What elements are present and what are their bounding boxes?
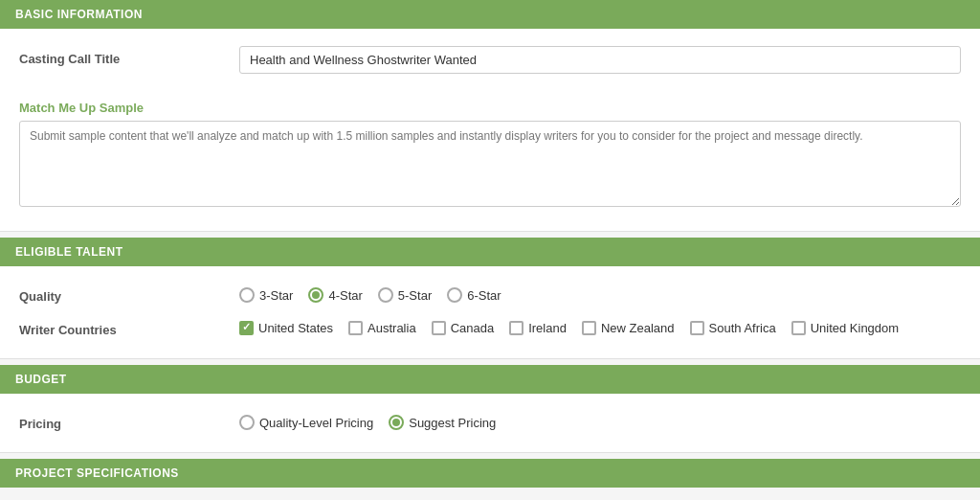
country-nz-label: New Zealand — [601, 321, 675, 335]
country-ie-checkbox[interactable] — [509, 321, 523, 335]
match-me-up-container: Match Me Up Sample — [19, 101, 961, 210]
pricing-suggest[interactable]: Suggest Pricing — [389, 415, 496, 430]
pricing-suggest-radio[interactable] — [389, 415, 404, 430]
country-au-checkbox[interactable] — [348, 321, 363, 335]
pricing-suggest-label: Suggest Pricing — [409, 416, 496, 430]
country-us-checkbox[interactable] — [239, 321, 254, 335]
country-za-checkbox[interactable] — [690, 321, 704, 335]
quality-5star[interactable]: 5-Star — [378, 287, 432, 303]
match-me-sample-label: Match Me Up Sample — [19, 101, 961, 115]
pricing-radio-group: Quality-Level Pricing Suggest Pricing — [239, 411, 961, 430]
country-uk-checkbox[interactable] — [791, 321, 806, 335]
quality-options-wrap: 3-Star 4-Star 5-Star 6-Star — [239, 284, 961, 303]
pricing-options-wrap: Quality-Level Pricing Suggest Pricing — [239, 411, 961, 430]
writer-countries-label: Writer Countries — [19, 317, 239, 337]
writer-countries-wrap: United States Australia Canada Ireland — [239, 317, 961, 335]
quality-3star[interactable]: 3-Star — [239, 287, 293, 303]
quality-3star-label: 3-Star — [259, 288, 293, 303]
quality-label: Quality — [19, 284, 239, 304]
quality-4star-radio[interactable] — [308, 287, 323, 303]
writer-countries-row: Writer Countries United States Australia… — [19, 317, 961, 337]
country-us[interactable]: United States — [239, 321, 333, 335]
country-au[interactable]: Australia — [348, 321, 416, 335]
casting-call-title-wrap — [239, 46, 961, 74]
country-ca[interactable]: Canada — [432, 321, 495, 335]
pricing-quality-level-label: Quality-Level Pricing — [259, 416, 373, 430]
pricing-row: Pricing Quality-Level Pricing Suggest Pr… — [19, 411, 961, 431]
country-za[interactable]: South Africa — [690, 321, 776, 335]
casting-call-title-input[interactable] — [239, 46, 961, 74]
project-specs-section: PROJECT SPECIFICATIONS — [0, 459, 980, 488]
project-specs-header: PROJECT SPECIFICATIONS — [0, 459, 980, 488]
pricing-quality-level-radio[interactable] — [239, 415, 255, 430]
quality-4star[interactable]: 4-Star — [308, 287, 362, 303]
casting-call-title-label: Casting Call Title — [19, 46, 239, 66]
country-au-label: Australia — [368, 321, 416, 335]
eligible-talent-section: ELIGIBLE TALENT Quality 3-Star 4-Star — [0, 238, 980, 359]
pricing-label: Pricing — [19, 411, 239, 431]
budget-header: BUDGET — [0, 365, 980, 394]
casting-call-title-row: Casting Call Title — [19, 46, 961, 74]
country-uk-label: United Kingdom — [811, 321, 900, 335]
match-me-sample-textarea[interactable] — [19, 121, 961, 207]
budget-body: Pricing Quality-Level Pricing Suggest Pr… — [0, 394, 980, 453]
country-ca-label: Canada — [451, 321, 495, 335]
quality-5star-radio[interactable] — [378, 287, 393, 303]
basic-information-header: BASIC INFORMATION — [0, 0, 980, 29]
country-us-label: United States — [258, 321, 333, 335]
quality-radio-group: 3-Star 4-Star 5-Star 6-Star — [239, 284, 961, 303]
country-ca-checkbox[interactable] — [432, 321, 446, 335]
eligible-talent-header: ELIGIBLE TALENT — [0, 238, 980, 266]
quality-3star-radio[interactable] — [239, 287, 255, 303]
eligible-talent-body: Quality 3-Star 4-Star 5-Star — [0, 266, 980, 359]
country-nz[interactable]: New Zealand — [582, 321, 675, 335]
country-ie-label: Ireland — [528, 321, 567, 335]
quality-5star-label: 5-Star — [398, 288, 432, 303]
country-ie[interactable]: Ireland — [509, 321, 567, 335]
quality-row: Quality 3-Star 4-Star 5-Star — [19, 284, 961, 304]
quality-6star-radio[interactable] — [447, 287, 462, 303]
pricing-quality-level[interactable]: Quality-Level Pricing — [239, 415, 373, 430]
quality-4star-label: 4-Star — [328, 288, 362, 303]
basic-information-body: Casting Call Title Match Me Up Sample — [0, 29, 980, 232]
writer-countries-group: United States Australia Canada Ireland — [239, 317, 961, 335]
budget-section: BUDGET Pricing Quality-Level Pricing Sug… — [0, 365, 980, 453]
country-za-label: South Africa — [709, 321, 776, 335]
quality-6star-label: 6-Star — [467, 288, 501, 303]
country-uk[interactable]: United Kingdom — [791, 321, 900, 335]
basic-information-section: BASIC INFORMATION Casting Call Title Mat… — [0, 0, 980, 232]
quality-6star[interactable]: 6-Star — [447, 287, 501, 303]
country-nz-checkbox[interactable] — [582, 321, 596, 335]
